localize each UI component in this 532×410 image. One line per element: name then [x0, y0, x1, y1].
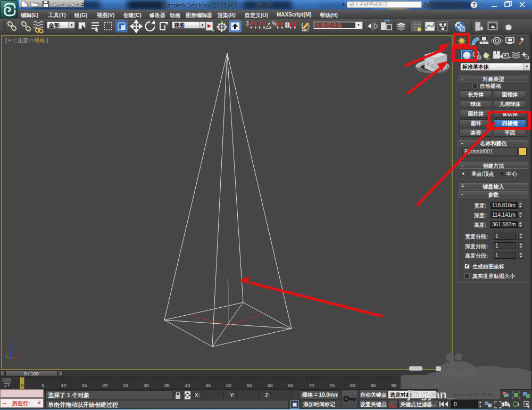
svg-text:15: 15 — [81, 383, 87, 388]
svg-text:z: z — [227, 278, 229, 283]
svg-text:jingyan: jingyan — [407, 388, 447, 400]
svg-text:3: 3 — [246, 21, 249, 27]
svg-text:60: 60 — [268, 383, 273, 388]
svg-text:}: } — [307, 21, 310, 29]
svg-text:...: ... — [447, 392, 454, 401]
svg-text:45: 45 — [205, 383, 211, 388]
svg-text:10: 10 — [61, 383, 66, 388]
svg-text:ABC: ABC — [302, 29, 309, 32]
svg-text:y: y — [265, 309, 267, 314]
svg-text:5: 5 — [41, 383, 44, 388]
svg-text:80: 80 — [350, 383, 355, 388]
svg-text:前: 前 — [426, 62, 430, 67]
svg-text:50: 50 — [226, 383, 231, 388]
svg-text:视: 视 — [430, 64, 435, 69]
svg-text:35: 35 — [164, 383, 170, 388]
svg-text:65: 65 — [288, 383, 293, 388]
svg-text:x: x — [20, 351, 22, 356]
svg-text:?: ? — [472, 2, 476, 8]
svg-text:x: x — [193, 311, 195, 316]
svg-text:z: z — [11, 341, 14, 347]
svg-text:75: 75 — [329, 383, 335, 388]
svg-text:视: 视 — [442, 63, 446, 68]
svg-text:20: 20 — [102, 383, 107, 388]
svg-text:%: % — [272, 21, 277, 27]
svg-text:30: 30 — [144, 383, 149, 388]
svg-text:25: 25 — [123, 383, 128, 388]
svg-text:y: y — [6, 350, 9, 355]
svg-text:40: 40 — [185, 383, 190, 388]
svg-text:70: 70 — [309, 383, 314, 388]
svg-text:55: 55 — [247, 383, 252, 388]
